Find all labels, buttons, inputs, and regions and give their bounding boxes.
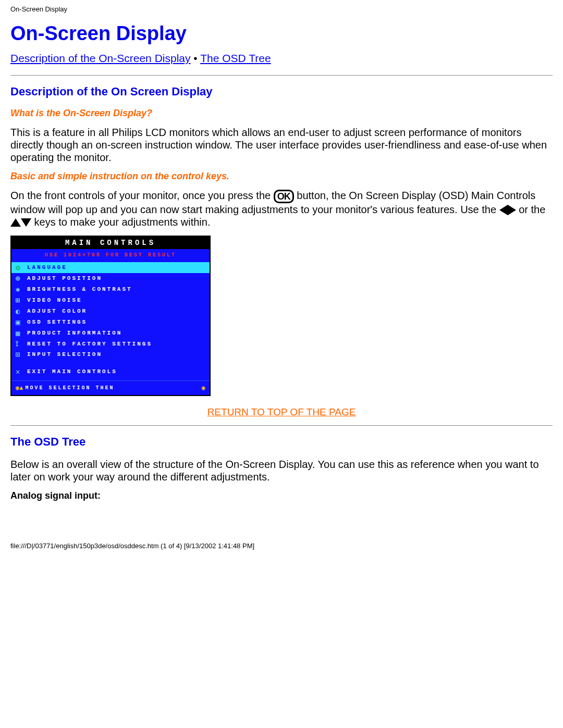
osd-item-icon: ◐ <box>16 307 27 316</box>
toc-link-description[interactable]: Description of the On-Screen Display <box>10 52 191 64</box>
ok-button-icon: OK <box>274 190 294 203</box>
osd-menu-item[interactable]: ⟟RESET TO FACTORY SETTINGS <box>11 339 210 349</box>
osd-resolution-notice: USE 1024×768 FOR BEST RESULT <box>11 249 210 259</box>
osd-menu-item[interactable]: ❂LANGUAGE <box>11 262 210 273</box>
osd-menu-item[interactable]: ⊡INPUT SELECTION <box>11 349 210 360</box>
osd-item-icon: ⊞ <box>16 296 27 305</box>
osd-menu-item[interactable]: ◐ADJUST COLOR <box>11 306 210 317</box>
osd-menu-item[interactable]: ✕EXIT MAIN CONTROLS <box>11 366 210 377</box>
osd-item-icon: ⊕ <box>16 274 27 283</box>
osd-item-icon: ❂ <box>16 263 27 272</box>
toc-bullet: • <box>193 52 197 64</box>
paragraph-controls: On the front controls of your monitor, o… <box>10 189 553 228</box>
osd-footer-ok-icon: ◉ <box>202 384 205 392</box>
osd-item-label: BRIGHTNESS & CONTRAST <box>27 286 132 292</box>
paragraph-description: This is a feature in all Philips LCD mon… <box>10 126 553 164</box>
osd-item-label: INPUT SELECTION <box>27 351 102 357</box>
osd-item-label: PRODUCT INFORMATION <box>27 330 122 336</box>
osd-item-label: ADJUST COLOR <box>27 308 87 314</box>
subheading-what-is-osd: What is the On-Screen Display? <box>10 108 553 119</box>
header-breadcrumb: On-Screen Display <box>0 0 563 13</box>
osd-item-icon: ✕ <box>16 367 27 376</box>
divider <box>10 75 553 76</box>
divider <box>10 425 553 426</box>
table-of-contents: Description of the On-Screen Display • T… <box>10 52 553 65</box>
section-heading-osd-tree: The OSD Tree <box>10 435 553 449</box>
osd-menu-item[interactable]: ▦PRODUCT INFORMATION <box>11 328 210 339</box>
page-title: On-Screen Display <box>10 22 553 45</box>
osd-item-label: OSD SETTINGS <box>27 319 87 325</box>
osd-item-icon: ▦ <box>16 329 27 338</box>
osd-menu-item[interactable]: ⊕ADJUST POSITION <box>11 273 210 284</box>
arrow-up-icon <box>10 218 21 227</box>
osd-item-label: VIDEO NOISE <box>27 297 82 303</box>
return-to-top-link[interactable]: RETURN TO TOP OF THE PAGE <box>207 406 356 417</box>
osd-footer-nav-icon: ◉▲ <box>16 384 23 392</box>
subheading-control-keys: Basic and simple instruction on the cont… <box>10 171 553 182</box>
osd-main-controls-panel: MAIN CONTROLS USE 1024×768 FOR BEST RESU… <box>10 236 211 396</box>
osd-item-icon: ▣ <box>16 318 27 327</box>
arrow-left-icon <box>499 205 508 215</box>
osd-item-icon: ⊡ <box>16 350 27 359</box>
osd-title: MAIN CONTROLS <box>11 237 210 249</box>
osd-menu-item[interactable]: ⊞VIDEO NOISE <box>11 295 210 306</box>
paragraph-osd-tree: Below is an overall view of the structur… <box>10 458 553 483</box>
arrow-down-icon <box>21 218 31 227</box>
osd-footer-text: MOVE SELECTION THEN <box>25 385 114 391</box>
osd-item-label: EXIT MAIN CONTROLS <box>27 368 117 375</box>
section-heading-description: Description of the On Screen Display <box>10 85 553 98</box>
osd-item-label: ADJUST POSITION <box>27 275 102 281</box>
osd-footer: ◉▲ MOVE SELECTION THEN ◉ <box>11 380 210 395</box>
osd-menu-item[interactable]: ▣OSD SETTINGS <box>11 317 210 328</box>
osd-item-label: LANGUAGE <box>27 264 67 270</box>
toc-link-osd-tree[interactable]: The OSD Tree <box>200 52 271 64</box>
osd-menu-item[interactable]: ✺BRIGHTNESS & CONTRAST <box>11 284 210 295</box>
subheading-analog-input: Analog signal input: <box>10 490 553 501</box>
arrow-right-icon <box>508 205 516 215</box>
osd-menu-list: ❂LANGUAGE⊕ADJUST POSITION✺BRIGHTNESS & C… <box>11 259 210 380</box>
osd-item-icon: ⟟ <box>16 340 27 348</box>
osd-item-icon: ✺ <box>16 285 27 294</box>
page-footer-path: file:///D|/03771/english/150p3de/osd/osd… <box>0 538 563 553</box>
osd-item-label: RESET TO FACTORY SETTINGS <box>27 341 152 347</box>
